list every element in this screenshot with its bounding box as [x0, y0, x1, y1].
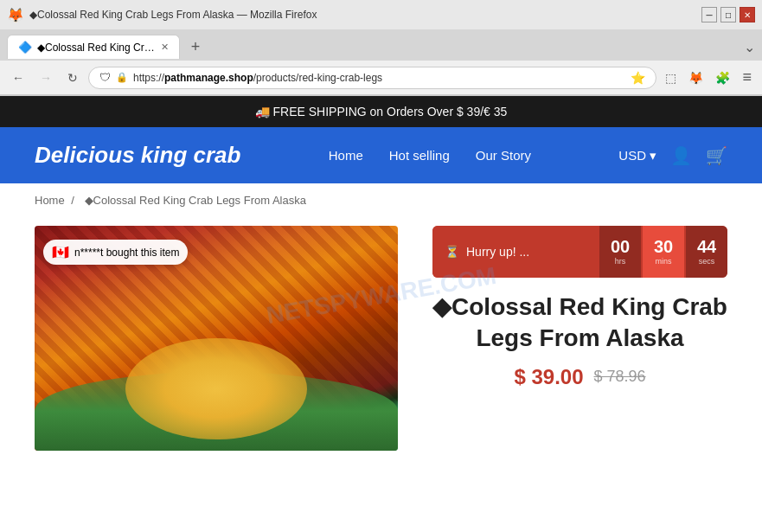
- close-button[interactable]: ✕: [740, 7, 755, 22]
- hours-label: hrs: [615, 257, 626, 266]
- breadcrumb-current: ◆Colossal Red King Crab Legs From Alaska: [85, 194, 306, 207]
- hurry-text-area: ⏳ Hurry up! ...: [432, 226, 599, 278]
- bought-text: n*****t bought this item: [74, 247, 179, 259]
- minutes-block: 30 mins: [643, 226, 684, 278]
- currency-label: USD: [618, 148, 646, 163]
- site-header: Delicious king crab Home Hot selling Our…: [0, 127, 762, 183]
- product-title: ◆Colossal Red King Crab Legs From Alaska: [432, 292, 727, 355]
- tab-overflow-button[interactable]: ⌄: [744, 39, 755, 55]
- header-right: USD ▾ 👤 🛒: [618, 145, 727, 166]
- url-bar[interactable]: 🛡 🔒 https://pathmanage.shop/products/red…: [88, 67, 656, 89]
- breadcrumb-separator: /: [71, 194, 74, 207]
- tab-close-button[interactable]: ✕: [161, 42, 169, 53]
- bookmark-icon[interactable]: ⭐: [631, 71, 645, 85]
- countdown-timer: 00 hrs 30 mins 44 secs: [599, 226, 727, 278]
- hourglass-icon: ⏳: [445, 245, 459, 259]
- minutes-label: mins: [655, 257, 671, 266]
- tab-bar: 🔷 ◆Colossal Red King Crab Le... ✕ + ⌄: [0, 29, 762, 61]
- tab-favicon: 🔷: [18, 41, 32, 54]
- browser-tab[interactable]: 🔷 ◆Colossal Red King Crab Le... ✕: [7, 35, 180, 59]
- user-icon[interactable]: 👤: [670, 145, 692, 166]
- navigation-bar: ← → ↻ 🛡 🔒 https://pathmanage.shop/produc…: [0, 61, 762, 95]
- nav-our-story[interactable]: Our Story: [476, 148, 531, 163]
- minimize-button[interactable]: ─: [701, 7, 717, 22]
- original-price: $ 78.96: [594, 368, 646, 386]
- hurry-label: Hurry up! ...: [466, 245, 529, 259]
- window-title: ◆Colossal Red King Crab Legs From Alaska…: [29, 9, 317, 21]
- product-image-container: 🇨🇦 n*****t bought this item: [35, 226, 398, 451]
- extensions-button[interactable]: 🧩: [712, 67, 733, 88]
- announcement-text: 🚚 FREE SHIPPING on Orders Over $ 39/€ 35: [255, 105, 508, 119]
- nav-home[interactable]: Home: [329, 148, 363, 163]
- seconds-block: 44 secs: [686, 226, 727, 278]
- url-path: /products/red-king-crab-legs: [253, 72, 382, 84]
- new-tab-button[interactable]: +: [183, 35, 208, 59]
- back-button[interactable]: ←: [7, 67, 29, 88]
- product-section: 🇨🇦 n*****t bought this item ⏳ Hurry up! …: [0, 217, 762, 459]
- announcement-bar: 🚚 FREE SHIPPING on Orders Over $ 39/€ 35: [0, 96, 762, 127]
- title-bar: 🦊 ◆Colossal Red King Crab Legs From Alas…: [0, 0, 762, 29]
- product-info: ⏳ Hurry up! ... 00 hrs 30 mins: [432, 226, 727, 451]
- site-navigation: Home Hot selling Our Story: [329, 148, 531, 163]
- url-display: https://pathmanage.shop/products/red-kin…: [133, 72, 625, 84]
- hours-value: 00: [611, 238, 630, 255]
- page-wrapper: 🚚 FREE SHIPPING on Orders Over $ 39/€ 35…: [0, 96, 762, 459]
- browser-icon: 🦊: [7, 7, 24, 23]
- flag-icon: 🇨🇦: [52, 244, 69, 260]
- forward-button[interactable]: →: [35, 67, 57, 88]
- url-domain: pathmanage.shop: [164, 72, 253, 84]
- currency-selector[interactable]: USD ▾: [618, 148, 656, 163]
- seconds-value: 44: [697, 238, 716, 255]
- url-protocol: https://: [133, 72, 164, 84]
- refresh-button[interactable]: ↻: [62, 67, 83, 88]
- minutes-value: 30: [654, 238, 673, 255]
- site-logo[interactable]: Delicious king crab: [35, 142, 240, 169]
- overflow-menu-button[interactable]: ≡: [739, 65, 755, 90]
- hours-block: 00 hrs: [599, 226, 641, 278]
- cart-icon[interactable]: 🛒: [706, 145, 727, 166]
- security-icon: 🛡: [99, 71, 111, 84]
- window-controls: ─ □ ✕: [701, 7, 755, 22]
- container-icon[interactable]: ⬚: [662, 67, 680, 88]
- bought-badge: 🇨🇦 n*****t bought this item: [43, 240, 188, 265]
- breadcrumb: Home / ◆Colossal Red King Crab Legs From…: [0, 183, 762, 217]
- pocket-icon[interactable]: 🦊: [685, 67, 707, 88]
- breadcrumb-home[interactable]: Home: [35, 194, 65, 207]
- page-content: 🚚 FREE SHIPPING on Orders Over $ 39/€ 35…: [0, 96, 762, 459]
- hurry-banner: ⏳ Hurry up! ... 00 hrs 30 mins: [432, 226, 727, 278]
- tab-title: ◆Colossal Red King Crab Le...: [37, 42, 156, 54]
- currency-arrow-icon: ▾: [650, 148, 656, 163]
- product-price: $ 39.00 $ 78.96: [432, 365, 727, 389]
- lock-icon: 🔒: [116, 72, 128, 83]
- maximize-button[interactable]: □: [720, 7, 736, 22]
- current-price: $ 39.00: [514, 365, 583, 389]
- seconds-label: secs: [699, 257, 715, 266]
- nav-hot-selling[interactable]: Hot selling: [389, 148, 450, 163]
